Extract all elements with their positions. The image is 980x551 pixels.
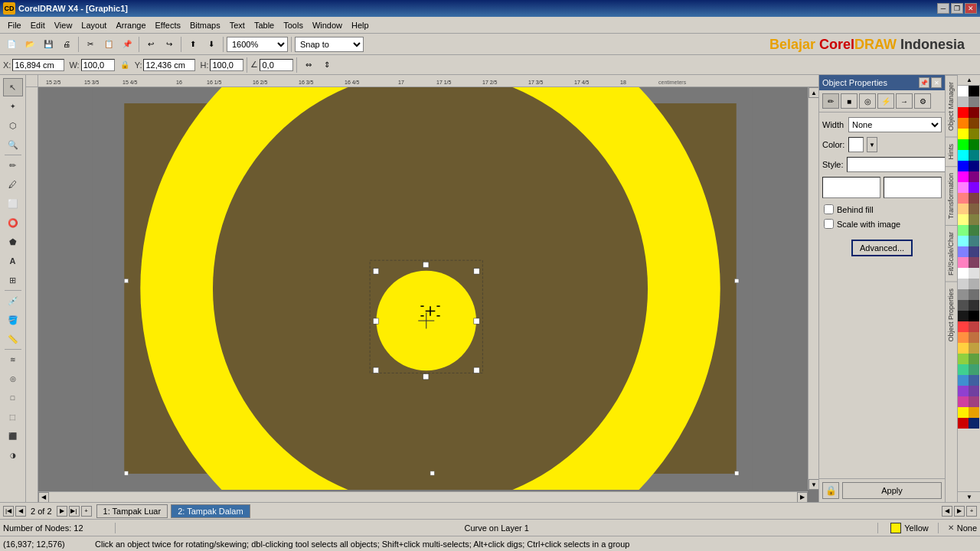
color-swatch-item[interactable] bbox=[969, 321, 979, 332]
color-swatch-item[interactable] bbox=[958, 279, 969, 289]
color-swatch-item[interactable] bbox=[958, 289, 969, 300]
menu-window[interactable]: Window bbox=[308, 19, 347, 31]
page-next-btn[interactable]: ▶ bbox=[57, 506, 67, 517]
menu-arrange[interactable]: Arrange bbox=[111, 19, 150, 31]
color-swatch-item[interactable] bbox=[969, 279, 979, 289]
contour-tab[interactable]: ◎ bbox=[859, 93, 876, 109]
color-swatch-item[interactable] bbox=[958, 246, 969, 257]
page-first-btn[interactable]: |◀ bbox=[3, 506, 14, 517]
lock-aspect-btn[interactable]: 🔒 bbox=[116, 57, 133, 73]
color-swatch-item[interactable] bbox=[969, 246, 979, 257]
menu-effects[interactable]: Effects bbox=[151, 19, 185, 31]
page-scroll-left[interactable]: ◀ bbox=[942, 506, 952, 517]
color-swatch-item[interactable] bbox=[969, 182, 979, 193]
tool-outline[interactable]: 📏 bbox=[3, 330, 23, 348]
horizontal-scrollbar[interactable]: ◀ ▶ bbox=[38, 491, 808, 502]
color-swatch-item[interactable] bbox=[969, 236, 979, 246]
tool-contour[interactable]: ◎ bbox=[3, 370, 23, 388]
vertical-scrollbar[interactable]: ▲ ▼ bbox=[808, 87, 818, 490]
color-swatch-item[interactable] bbox=[958, 150, 969, 161]
lock-btn[interactable]: 🔒 bbox=[822, 482, 839, 499]
color-swatch-item[interactable] bbox=[969, 364, 979, 375]
tool-shadow[interactable]: □ bbox=[3, 389, 23, 407]
color-swatch-item[interactable] bbox=[958, 204, 969, 214]
side-tab-hints[interactable]: Hints bbox=[946, 137, 958, 166]
color-swatch-item[interactable] bbox=[969, 150, 979, 161]
menu-tools[interactable]: Tools bbox=[279, 19, 308, 31]
palette-scroll-down[interactable]: ▼ bbox=[958, 491, 980, 502]
tool-polygon[interactable]: ⬟ bbox=[3, 233, 23, 251]
side-tab-object-manager[interactable]: Object Manager bbox=[946, 75, 958, 137]
tool-smart-draw[interactable]: 🖊 bbox=[3, 175, 23, 194]
color-swatch-item[interactable] bbox=[969, 171, 979, 182]
color-swatch-item[interactable] bbox=[969, 129, 979, 139]
color-swatch-item[interactable] bbox=[958, 300, 969, 311]
color-swatch-item[interactable] bbox=[958, 118, 969, 129]
print-btn[interactable]: 🖨 bbox=[58, 36, 75, 53]
paste-btn[interactable]: 📌 bbox=[119, 36, 136, 53]
color-swatch-item[interactable] bbox=[969, 214, 979, 225]
cut-btn[interactable]: ✂ bbox=[82, 36, 99, 53]
minimize-button[interactable]: ─ bbox=[937, 3, 949, 14]
color-swatch-item[interactable] bbox=[958, 182, 969, 193]
color-swatch-item[interactable] bbox=[958, 375, 969, 386]
tool-text[interactable]: A bbox=[3, 252, 23, 270]
color-swatch-item[interactable] bbox=[958, 396, 969, 407]
menu-view[interactable]: View bbox=[50, 19, 77, 31]
color-swatch-item[interactable] bbox=[958, 193, 969, 204]
color-swatch-item[interactable] bbox=[969, 107, 979, 118]
page-prev-btn[interactable]: ◀ bbox=[15, 506, 26, 517]
color-swatch-item[interactable] bbox=[958, 225, 969, 236]
export-btn[interactable]: ⬇ bbox=[203, 36, 220, 53]
palette-scroll-up[interactable]: ▲ bbox=[958, 75, 980, 86]
tool-table[interactable]: ⊞ bbox=[3, 271, 23, 289]
zoom-dropdown[interactable]: 1600% 800% 400% 200% 100% bbox=[227, 37, 288, 52]
page-scroll-right[interactable]: ▶ bbox=[954, 506, 965, 517]
y-input[interactable] bbox=[143, 59, 195, 71]
color-swatch-item[interactable] bbox=[969, 86, 979, 96]
menu-edit[interactable]: Edit bbox=[26, 19, 50, 31]
apply-btn[interactable]: Apply bbox=[842, 482, 942, 499]
color-swatch-item[interactable] bbox=[969, 407, 979, 418]
color-swatch-item[interactable] bbox=[958, 171, 969, 182]
page-last-btn[interactable]: ▶| bbox=[69, 506, 80, 517]
color-swatch-item[interactable] bbox=[958, 354, 969, 364]
tool-select[interactable]: ↖ bbox=[3, 78, 23, 96]
settings-tab[interactable]: ⚙ bbox=[914, 93, 931, 109]
color-swatch-item[interactable] bbox=[958, 268, 969, 279]
panel-pin-btn[interactable]: 📌 bbox=[919, 77, 929, 88]
restore-button[interactable]: ❐ bbox=[951, 3, 963, 14]
color-swatch-item[interactable] bbox=[958, 311, 969, 321]
color-swatch-item[interactable] bbox=[958, 139, 969, 150]
color-swatch-item[interactable] bbox=[969, 332, 979, 343]
style-input[interactable] bbox=[847, 157, 954, 172]
x-input[interactable] bbox=[12, 59, 64, 71]
page-tab-2[interactable]: 2: Tampak Dalam bbox=[171, 504, 250, 518]
new-btn[interactable]: 📄 bbox=[3, 36, 20, 53]
snap-dropdown[interactable]: Snap to bbox=[295, 37, 364, 52]
tool-envelope[interactable]: ⬚ bbox=[3, 408, 23, 426]
close-button[interactable]: ✕ bbox=[965, 3, 977, 14]
flip-h-btn[interactable]: ⇔ bbox=[300, 57, 317, 73]
color-swatch-item[interactable] bbox=[969, 300, 979, 311]
side-tab-transformation[interactable]: Transformation bbox=[946, 166, 958, 225]
color-swatch-item[interactable] bbox=[958, 214, 969, 225]
color-swatch-item[interactable] bbox=[958, 257, 969, 268]
tool-transparency[interactable]: ◑ bbox=[3, 446, 23, 465]
color-swatch-item[interactable] bbox=[958, 364, 969, 375]
menu-help[interactable]: Help bbox=[347, 19, 374, 31]
color-swatch-item[interactable] bbox=[969, 343, 979, 354]
page-zoom-in[interactable]: + bbox=[966, 506, 977, 517]
color-swatch-item[interactable] bbox=[969, 161, 979, 171]
color-swatch-item[interactable] bbox=[969, 396, 979, 407]
tool-shape[interactable]: ✦ bbox=[3, 97, 23, 116]
page-tab-1[interactable]: 1: Tampak Luar bbox=[96, 504, 168, 518]
tool-eyedropper[interactable]: 💉 bbox=[3, 292, 23, 310]
color-swatch-item[interactable] bbox=[969, 311, 979, 321]
open-btn[interactable]: 📂 bbox=[21, 36, 38, 53]
color-swatch-item[interactable] bbox=[969, 289, 979, 300]
fill-color-icon[interactable] bbox=[890, 523, 901, 533]
color-swatch-item[interactable] bbox=[969, 354, 979, 364]
scale-image-checkbox[interactable] bbox=[824, 219, 834, 229]
tool-ellipse[interactable]: ⭕ bbox=[3, 214, 23, 232]
